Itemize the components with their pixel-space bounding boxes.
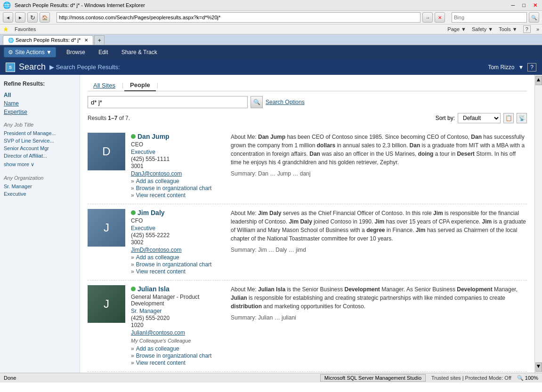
- new-tab-button[interactable]: +: [94, 35, 105, 45]
- scroll-down[interactable]: ▼: [535, 362, 542, 372]
- page-menu[interactable]: Page ▼: [447, 26, 466, 32]
- person-ext: 3002: [131, 239, 225, 246]
- tools-menu[interactable]: Tools ▼: [499, 26, 518, 32]
- sidebar-expertise-link[interactable]: Expertise: [4, 108, 76, 116]
- person-action-link[interactable]: Browse in organizational chart: [131, 185, 225, 192]
- colleague-badge: My Colleague's Colleague: [131, 338, 225, 344]
- person-email[interactable]: DanJ@contoso.com: [131, 170, 225, 177]
- job-title-filter[interactable]: SVP of Line Service...: [4, 137, 76, 144]
- browser-nav-bar: ◄ ► ↻ 🏠 → ✕ 🔍: [0, 11, 542, 24]
- person-action-link[interactable]: Browse in organizational chart: [131, 261, 225, 268]
- job-title-filter[interactable]: President of Manage...: [4, 129, 76, 137]
- job-title-section: Any Job Title: [4, 122, 76, 128]
- organization-section: Any Organization: [4, 175, 76, 181]
- browser-title: Search People Results: d* j* - Windows I…: [15, 2, 145, 8]
- taskbar-item[interactable]: Microsoft SQL Server Management Studio: [320, 374, 426, 382]
- person-action-link[interactable]: View recent content: [131, 268, 225, 275]
- person-dept[interactable]: Sr. Manager: [131, 308, 225, 314]
- results-count: Results 1–7 of 7.: [88, 115, 130, 121]
- close-btn[interactable]: ✕: [531, 2, 539, 8]
- refine-heading: Refine Results:: [4, 80, 76, 87]
- browser-search-input[interactable]: [452, 12, 527, 23]
- person-title: General Manager - Product Development: [131, 294, 225, 307]
- user-dropdown-icon[interactable]: ▼: [518, 64, 524, 71]
- sp-header: S Search ▶ Search People Results: Tom Ri…: [0, 59, 542, 75]
- person-name[interactable]: Julian Isla: [138, 285, 170, 293]
- go-button[interactable]: →: [422, 12, 433, 23]
- scroll-up[interactable]: ▲: [535, 76, 542, 85]
- trusted-sites: Trusted sites | Protected Mode: Off: [431, 375, 511, 381]
- person-action-link[interactable]: Browse in organizational chart: [131, 352, 225, 359]
- person-action-link[interactable]: Add as colleague: [131, 178, 225, 184]
- person-action-link[interactable]: View recent content: [131, 360, 225, 366]
- search-options-link[interactable]: Search Options: [266, 99, 305, 105]
- person-action-link[interactable]: Add as colleague: [131, 254, 225, 261]
- person-summary: Summary: Dan … Jump … danj: [231, 169, 527, 178]
- address-bar[interactable]: [57, 12, 421, 23]
- job-title-filter[interactable]: Director of Affiliat...: [4, 152, 76, 160]
- person-card: JJulian IslaGeneral Manager - Product De…: [88, 280, 527, 372]
- zoom-level[interactable]: 🔍 100%: [517, 375, 538, 381]
- active-tab[interactable]: 🌐 Search People Results: d* j* ✕: [3, 35, 93, 45]
- org-filter[interactable]: Sr. Manager: [4, 183, 76, 190]
- sort-label: Sort by:: [436, 115, 455, 121]
- person-name[interactable]: Dan Jump: [138, 133, 170, 140]
- person-dept[interactable]: Executive: [131, 149, 225, 155]
- person-dept[interactable]: Executive: [131, 225, 225, 232]
- ribbon-share-track[interactable]: Share & Track: [119, 48, 160, 56]
- restore-btn[interactable]: □: [520, 2, 527, 8]
- current-user[interactable]: Tom Rizzo: [488, 64, 514, 71]
- sort-select[interactable]: Default Relevance Name: [458, 113, 501, 123]
- person-name[interactable]: Jim Daly: [138, 209, 165, 216]
- person-action-link[interactable]: View recent content: [131, 192, 225, 199]
- tab-people[interactable]: People: [124, 80, 156, 91]
- export-icon[interactable]: 📋: [503, 113, 514, 123]
- person-phone: (425) 555-1111: [131, 156, 225, 162]
- person-info: Dan JumpCEOExecutive(425) 555-11113001Da…: [131, 133, 225, 199]
- sidebar-name-link[interactable]: Name: [4, 99, 76, 108]
- job-title-filter[interactable]: Senior Account Mgr: [4, 144, 76, 152]
- rss-icon[interactable]: 📡: [517, 113, 527, 123]
- sidebar-all-link[interactable]: All: [4, 91, 76, 99]
- minimize-btn[interactable]: ─: [510, 2, 517, 8]
- search-input[interactable]: [88, 96, 248, 108]
- ribbon-edit[interactable]: Edit: [96, 48, 111, 56]
- search-area: All Sites | People | 🔍 Search Options Re…: [80, 75, 534, 373]
- help-icon[interactable]: ?: [523, 25, 531, 33]
- site-actions-button[interactable]: ⚙ Site Actions ▼: [4, 47, 56, 57]
- app-title[interactable]: Search: [19, 62, 46, 72]
- search-tabs: All Sites | People |: [88, 80, 527, 91]
- tab-close[interactable]: ✕: [84, 38, 88, 43]
- org-filter[interactable]: Executive: [4, 190, 76, 198]
- scroll-track[interactable]: ▲ ▼: [534, 75, 542, 373]
- home-button[interactable]: 🏠: [40, 12, 50, 23]
- sp-ribbon: ⚙ Site Actions ▼ Browse Edit Share & Tra…: [0, 45, 542, 59]
- person-ext: 1020: [131, 322, 225, 328]
- site-actions-label: Site Actions ▼: [15, 49, 52, 56]
- back-button[interactable]: ◄: [3, 12, 13, 23]
- person-phone: (425) 555-2020: [131, 315, 225, 321]
- person-ext: 3001: [131, 163, 225, 169]
- forward-button[interactable]: ►: [15, 12, 25, 23]
- refresh-button[interactable]: ↻: [27, 12, 38, 23]
- person-photo: D: [88, 133, 125, 170]
- online-indicator: [131, 287, 136, 291]
- browser-search-button[interactable]: 🔍: [529, 12, 539, 23]
- favorites-star: ★: [3, 25, 9, 33]
- toolbar-expand[interactable]: »: [536, 26, 539, 32]
- person-info: Julian IslaGeneral Manager - Product Dev…: [131, 285, 225, 367]
- show-more-button[interactable]: show more ∨: [4, 161, 76, 168]
- search-submit-button[interactable]: 🔍: [251, 96, 263, 108]
- tab-all-sites[interactable]: All Sites: [88, 80, 121, 91]
- person-action-link[interactable]: Add as colleague: [131, 345, 225, 352]
- help-button[interactable]: ?: [527, 63, 536, 72]
- safety-menu[interactable]: Safety ▼: [472, 26, 493, 32]
- person-email[interactable]: JimD@contoso.com: [131, 247, 225, 253]
- favorites-label[interactable]: Favorites: [15, 26, 36, 32]
- person-info: Jim DalyCFOExecutive(425) 555-22223002Ji…: [131, 209, 225, 275]
- person-title: CEO: [131, 141, 225, 148]
- tab-label: Search People Results: d* j*: [16, 37, 81, 43]
- ribbon-browse[interactable]: Browse: [64, 48, 88, 56]
- person-email[interactable]: JulianI@contoso.com: [131, 329, 225, 336]
- stop-button[interactable]: ✕: [435, 12, 445, 23]
